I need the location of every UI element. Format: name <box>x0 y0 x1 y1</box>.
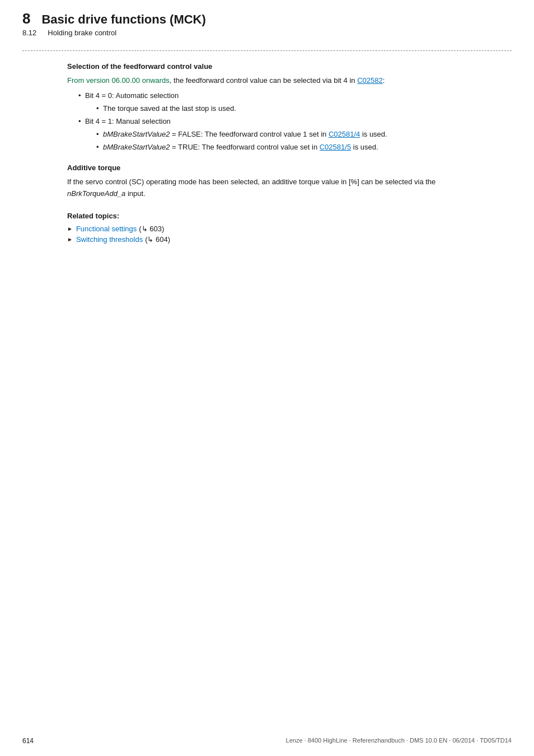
footer-page-number: 614 <box>22 737 34 745</box>
page-container: 8 Basic drive functions (MCK) 8.12 Holdi… <box>0 0 534 756</box>
related-item-0: ► Functional settings (↳ 603) <box>67 225 467 233</box>
page-footer: 614 Lenze · 8400 HighLine · Referenzhand… <box>0 737 534 745</box>
sub-bullet-list-1: bMBrakeStartValue2 = FALSE: The feedforw… <box>96 129 467 153</box>
section1-heading: Selection of the feedforward control val… <box>67 62 467 71</box>
list-item-bit0: Bit 4 = 0: Automatic selection The torqu… <box>78 90 467 115</box>
link-version[interactable]: From version 06.00.00 onwards <box>67 76 170 85</box>
sub-title: Holding brake control <box>48 29 116 37</box>
footer-doc-info: Lenze · 8400 HighLine · Referenzhandbuch… <box>286 737 512 745</box>
section-feedforward: Selection of the feedforward control val… <box>67 62 467 153</box>
chapter-title: Basic drive functions (MCK) <box>41 12 205 27</box>
sub-item-1-0: bMBrakeStartValue2 = FALSE: The feedforw… <box>96 129 467 141</box>
chapter-number: 8 <box>22 10 30 27</box>
link-c02581-5[interactable]: C02581/5 <box>320 143 351 151</box>
page-ref-0: (↳ 603) <box>139 225 164 233</box>
sub-item-1-1: bMBrakeStartValue2 = TRUE: The feedforwa… <box>96 142 467 153</box>
link-functional-settings[interactable]: Functional settings <box>76 225 137 233</box>
page-ref-1: (↳ 604) <box>145 235 170 244</box>
arrow-icon-1: ► <box>67 236 73 242</box>
link-switching-thresholds[interactable]: Switching thresholds <box>76 235 143 244</box>
section2-text: If the servo control (SC) operating mode… <box>67 176 467 200</box>
related-item-1: ► Switching thresholds (↳ 604) <box>67 235 467 244</box>
sub-bullet-list-0: The torque saved at the last stop is use… <box>96 103 467 115</box>
header-chapter: 8 Basic drive functions (MCK) <box>22 10 512 27</box>
bullet-list-1: Bit 4 = 0: Automatic selection The torqu… <box>78 90 467 153</box>
sub-number: 8.12 <box>22 29 36 37</box>
page-header: 8 Basic drive functions (MCK) 8.12 Holdi… <box>0 0 534 43</box>
content-area: Selection of the feedforward control val… <box>0 62 534 279</box>
related-topics-section: Related topics: ► Functional settings (↳… <box>67 212 467 244</box>
list-item-bit1: Bit 4 = 1: Manual selection bMBrakeStart… <box>78 116 467 153</box>
section-additive-torque: Additive torque If the servo control (SC… <box>67 164 467 200</box>
link-c02581-4[interactable]: C02581/4 <box>329 130 360 138</box>
section1-intro: From version 06.00.00 onwards, the feedf… <box>67 75 467 87</box>
related-topics-heading: Related topics: <box>67 212 467 220</box>
arrow-icon-0: ► <box>67 226 73 232</box>
divider <box>22 50 512 51</box>
link-c02582[interactable]: C02582 <box>357 76 383 85</box>
sub-item-0-0: The torque saved at the last stop is use… <box>96 103 467 115</box>
header-sub: 8.12 Holding brake control <box>22 29 512 37</box>
section2-heading: Additive torque <box>67 164 467 172</box>
